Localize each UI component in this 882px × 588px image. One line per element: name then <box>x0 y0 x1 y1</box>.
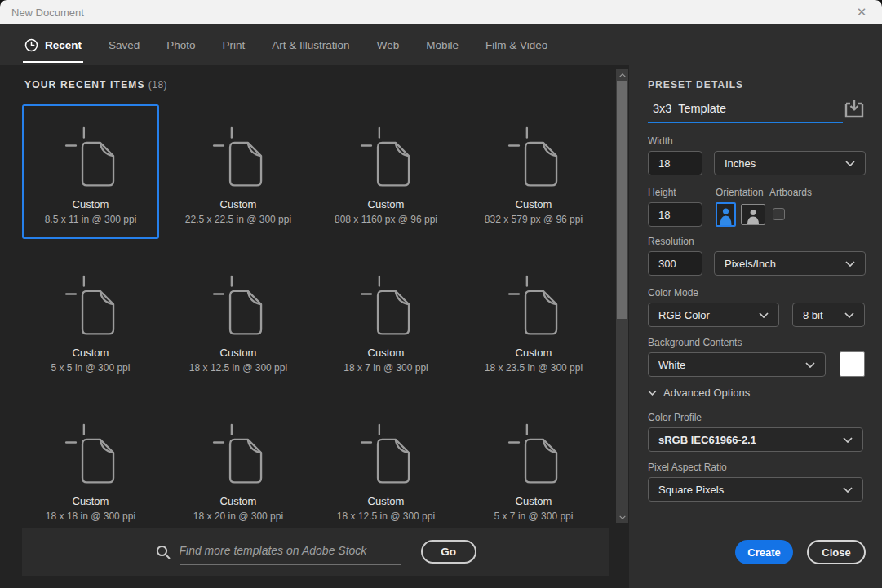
go-button[interactable]: Go <box>421 540 476 564</box>
document-template-icon <box>360 126 412 188</box>
template-name: Custom <box>516 495 552 507</box>
template-name: Custom <box>73 198 109 210</box>
chevron-down-icon <box>843 437 853 443</box>
template-dimensions: 18 x 20 in @ 300 ppi <box>193 511 283 522</box>
chevron-down-icon <box>844 312 854 318</box>
orientation-portrait-button[interactable] <box>716 202 736 227</box>
category-tabbar: Recent Saved Photo Print <box>0 24 882 65</box>
template-dimensions: 22.5 x 22.5 in @ 300 ppi <box>185 214 291 225</box>
template-tile[interactable]: Custom 8.5 x 11 in @ 300 ppi <box>22 104 159 239</box>
template-dimensions: 808 x 1160 px @ 96 ppi <box>335 214 437 225</box>
artboards-checkbox[interactable] <box>773 208 785 220</box>
template-name: Custom <box>220 495 257 507</box>
save-preset-download-icon[interactable] <box>844 99 864 120</box>
document-template-icon <box>360 275 412 337</box>
template-name: Custom <box>368 495 405 507</box>
document-template-icon <box>507 126 560 188</box>
template-tile[interactable]: Custom 832 x 579 px @ 96 ppi <box>465 104 602 239</box>
chevron-down-icon <box>805 362 815 368</box>
background-color-swatch[interactable] <box>840 351 865 377</box>
new-document-dialog: New Document ✕ Recent Saved Photo <box>0 0 882 588</box>
pixel-aspect-ratio-label: Pixel Aspect Ratio <box>648 462 727 473</box>
template-dimensions: 5 x 7 in @ 300 ppi <box>494 511 574 522</box>
orientation-label: Orientation <box>716 187 764 198</box>
scroll-down-icon[interactable] <box>616 511 628 523</box>
template-dimensions: 18 x 7 in @ 300 ppi <box>343 362 428 374</box>
adobe-stock-search-bar: Go <box>22 528 609 576</box>
resolution-unit-select[interactable]: Pixels/Inch <box>714 251 866 276</box>
portrait-person-icon <box>719 207 733 225</box>
chevron-down-icon <box>648 390 657 396</box>
tab-photo[interactable]: Photo <box>166 24 195 65</box>
template-tile[interactable]: Custom 808 x 1160 px @ 96 ppi <box>317 104 454 239</box>
template-tile[interactable]: Custom 18 x 23.5 in @ 300 ppi <box>465 253 602 387</box>
tab-label: Mobile <box>426 39 459 51</box>
scrollbar-thumb[interactable] <box>617 81 627 319</box>
width-input[interactable] <box>648 151 702 175</box>
color-mode-label: Color Mode <box>648 287 698 298</box>
template-name: Custom <box>516 347 552 359</box>
tab-label: Recent <box>45 39 82 51</box>
document-template-icon <box>64 126 117 188</box>
artboards-label: Artboards <box>769 187 812 198</box>
advanced-options-toggle[interactable]: Advanced Options <box>648 387 750 399</box>
template-tile[interactable]: Custom 22.5 x 22.5 in @ 300 ppi <box>170 104 307 239</box>
clock-icon <box>24 38 38 52</box>
height-input[interactable] <box>648 202 702 227</box>
template-dimensions: 18 x 18 in @ 300 ppi <box>46 511 135 522</box>
tab-art-illustration[interactable]: Art & Illustration <box>272 24 349 65</box>
preset-details-heading: PRESET DETAILS <box>648 79 743 91</box>
background-contents-label: Background Contents <box>648 337 742 348</box>
tab-recent[interactable]: Recent <box>24 24 82 65</box>
tab-mobile[interactable]: Mobile <box>426 24 459 65</box>
bit-depth-select[interactable]: 8 bit <box>792 303 865 327</box>
preset-name-input[interactable] <box>648 102 843 123</box>
template-name: Custom <box>220 198 257 210</box>
stock-search-input[interactable] <box>180 544 401 557</box>
document-template-icon <box>212 126 264 188</box>
scroll-up-icon[interactable] <box>616 69 628 81</box>
landscape-person-icon <box>746 209 760 224</box>
template-dimensions: 832 x 579 px @ 96 ppi <box>485 214 583 225</box>
template-name: Custom <box>368 347 405 359</box>
template-name: Custom <box>73 495 109 507</box>
document-template-icon <box>507 423 560 485</box>
tab-label: Film & Video <box>485 39 547 51</box>
tab-label: Art & Illustration <box>272 39 349 51</box>
template-dimensions: 18 x 12.5 in @ 300 ppi <box>189 362 287 374</box>
recent-items-heading: YOUR RECENT ITEMS(18) <box>24 79 167 91</box>
height-label: Height <box>648 187 676 198</box>
tab-label: Web <box>377 39 400 51</box>
preset-details-panel: PRESET DETAILS Width Inches Height Orien… <box>629 65 882 588</box>
template-tile[interactable]: Custom 18 x 7 in @ 300 ppi <box>317 253 454 387</box>
window-close-icon[interactable]: ✕ <box>849 0 874 24</box>
template-name: Custom <box>516 198 552 210</box>
color-mode-select[interactable]: RGB Color <box>648 303 779 327</box>
scrollbar[interactable] <box>616 69 628 523</box>
background-contents-select[interactable]: White <box>648 352 826 377</box>
orientation-landscape-button[interactable] <box>741 204 765 225</box>
template-tile[interactable]: Custom 5 x 5 in @ 300 ppi <box>22 253 159 387</box>
document-template-icon <box>507 275 560 337</box>
create-button[interactable]: Create <box>735 540 793 564</box>
template-name: Custom <box>368 198 405 210</box>
resolution-input[interactable] <box>648 251 702 276</box>
tab-label: Print <box>223 39 246 51</box>
template-tile[interactable]: Custom 5 x 7 in @ 300 ppi <box>465 401 602 536</box>
tab-saved[interactable]: Saved <box>109 24 140 65</box>
tab-film-video[interactable]: Film & Video <box>485 24 547 65</box>
width-unit-select[interactable]: Inches <box>714 151 866 175</box>
color-profile-select[interactable]: sRGB IEC61966-2.1 <box>648 427 863 452</box>
document-template-icon <box>212 275 264 337</box>
template-tile[interactable]: Custom 18 x 12.5 in @ 300 ppi <box>170 253 307 387</box>
tab-print[interactable]: Print <box>223 24 246 65</box>
template-tile[interactable]: Custom 18 x 18 in @ 300 ppi <box>22 401 159 536</box>
chevron-down-icon <box>845 161 855 166</box>
pixel-aspect-ratio-select[interactable]: Square Pixels <box>648 477 863 502</box>
tab-label: Saved <box>109 39 140 51</box>
template-dimensions: 8.5 x 11 in @ 300 ppi <box>45 214 137 225</box>
template-tile[interactable]: Custom 18 x 12.5 in @ 300 ppi <box>317 401 454 536</box>
tab-web[interactable]: Web <box>377 24 400 65</box>
close-button[interactable]: Close <box>807 540 866 564</box>
template-tile[interactable]: Custom 18 x 20 in @ 300 ppi <box>170 401 307 536</box>
